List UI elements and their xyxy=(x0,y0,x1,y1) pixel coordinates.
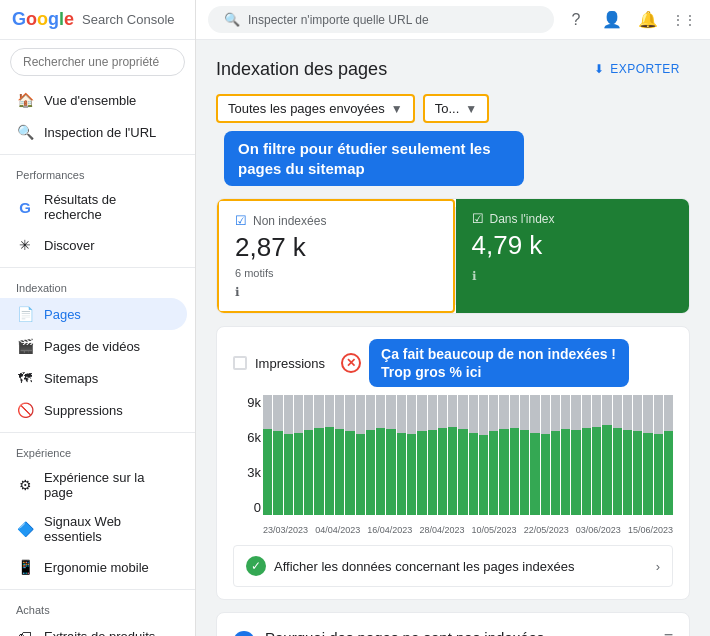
sidebar-item-vue-ensemble[interactable]: 🏠 Vue d'ensemble xyxy=(0,84,187,116)
bar-gray xyxy=(448,395,457,426)
y-label-9k: 9k xyxy=(247,395,261,410)
chart-footer-link[interactable]: ✓ Afficher les données concernant les pa… xyxy=(233,545,673,587)
sidebar-item-resultats[interactable]: G Résultats de recherche xyxy=(0,185,187,229)
sitemaps-icon: 🗺 xyxy=(16,369,34,387)
indexed-info[interactable]: ℹ xyxy=(472,269,674,283)
bar-green xyxy=(448,427,457,516)
apps-icon[interactable]: ⋮⋮ xyxy=(670,6,698,34)
sidebar-label-suppressions: Suppressions xyxy=(44,403,123,418)
bar-green xyxy=(479,435,488,515)
bar-gray xyxy=(356,395,365,433)
chart-bar-group xyxy=(448,395,457,515)
page-title: Indexation des pages xyxy=(216,59,387,80)
property-search-input[interactable] xyxy=(10,48,185,76)
sidebar-item-exp-page[interactable]: ⚙ Expérience sur la page xyxy=(0,463,187,507)
bar-gray xyxy=(571,395,580,430)
sidebar-search-container xyxy=(0,40,195,84)
chart-bar-group xyxy=(345,395,354,515)
bar-green xyxy=(263,429,272,515)
bar-green xyxy=(417,431,426,515)
chart-bar-group xyxy=(386,395,395,515)
chart-bar-group xyxy=(623,395,632,515)
main-area: 🔍 Inspecter n'importe quelle URL de ? 👤 … xyxy=(196,0,710,636)
bar-gray xyxy=(469,395,478,432)
x-label: 16/04/2023 xyxy=(367,525,412,535)
sidebar-item-pages-video[interactable]: 🎬 Pages de vidéos xyxy=(0,330,187,362)
x-label: 04/04/2023 xyxy=(315,525,360,535)
topbar-search[interactable]: 🔍 Inspecter n'importe quelle URL de xyxy=(208,6,554,33)
filter-chip-pages[interactable]: Toutes les pages envoyées ▼ xyxy=(216,94,415,123)
help-icon[interactable]: ? xyxy=(562,6,590,34)
bar-gray xyxy=(499,395,508,429)
chart-bar-group xyxy=(510,395,519,515)
bar-green xyxy=(366,430,375,515)
sidebar-label-inspection-url: Inspection de l'URL xyxy=(44,125,156,140)
x-label: 22/05/2023 xyxy=(524,525,569,535)
bar-gray xyxy=(366,395,375,430)
sidebar-item-ergonomie[interactable]: 📱 Ergonomie mobile xyxy=(0,551,187,583)
divider-4 xyxy=(0,589,195,590)
chart-bar-group xyxy=(582,395,591,515)
checkbox-icon: ☑ xyxy=(235,213,247,228)
close-annotation-icon[interactable]: ✕ xyxy=(341,353,361,373)
bar-green xyxy=(499,429,508,515)
topbar-icons: ? 👤 🔔 ⋮⋮ xyxy=(562,6,698,34)
bar-green xyxy=(582,428,591,516)
bar-gray xyxy=(284,395,293,433)
chart-annotation: Ça fait beaucoup de non indexées ! Trop … xyxy=(369,339,629,387)
bar-green xyxy=(428,430,437,515)
bar-green xyxy=(551,431,560,515)
impressions-checkbox[interactable] xyxy=(233,356,247,370)
sidebar-item-sitemaps[interactable]: 🗺 Sitemaps xyxy=(0,362,187,394)
sidebar-item-web-vitals[interactable]: 🔷 Signaux Web essentiels xyxy=(0,507,187,551)
chart-bar-group xyxy=(530,395,539,515)
chart-bar-group xyxy=(633,395,642,515)
notification-icon[interactable]: 🔔 xyxy=(634,6,662,34)
chart-bar-group xyxy=(541,395,550,515)
content: Indexation des pages ⬇ EXPORTER Toutes l… xyxy=(196,40,710,636)
filter-chip-extra[interactable]: To... ▼ xyxy=(423,94,489,123)
bar-gray xyxy=(561,395,570,429)
bar-gray xyxy=(417,395,426,431)
sidebar-item-extraits[interactable]: 🏷 Extraits de produits xyxy=(0,620,187,636)
bar-green xyxy=(643,433,652,516)
bar-gray xyxy=(335,395,344,429)
y-label-3k: 3k xyxy=(247,465,261,480)
google-logo: Google Search Console xyxy=(12,9,175,30)
filter-icon[interactable]: ≡ xyxy=(664,629,673,636)
bar-gray xyxy=(541,395,550,433)
sidebar-item-pages[interactable]: 📄 Pages xyxy=(0,298,187,330)
sidebar-item-discover[interactable]: ✳ Discover xyxy=(0,229,187,261)
bar-gray xyxy=(489,395,498,431)
chart-bar-group xyxy=(304,395,313,515)
filter-chip-extra-label: To... xyxy=(435,101,460,116)
chart-bar-group xyxy=(458,395,467,515)
x-label: 10/05/2023 xyxy=(472,525,517,535)
bar-gray xyxy=(633,395,642,431)
chart-bar-group xyxy=(520,395,529,515)
stat-card-indexed: ☑ Dans l'index 4,79 k ℹ xyxy=(456,199,690,313)
bar-green xyxy=(510,428,519,516)
sidebar-item-suppressions[interactable]: 🚫 Suppressions xyxy=(0,394,187,426)
sidebar: Google Search Console 🏠 Vue d'ensemble 🔍… xyxy=(0,0,196,636)
account-icon[interactable]: 👤 xyxy=(598,6,626,34)
bar-gray xyxy=(654,395,663,433)
bar-gray xyxy=(510,395,519,427)
chart-section: Impressions ✕ Ça fait beaucoup de non in… xyxy=(216,326,690,600)
chart-bar-group xyxy=(366,395,375,515)
filter-chip-label: Toutes les pages envoyées xyxy=(228,101,385,116)
info-icon-card[interactable]: ℹ xyxy=(235,285,437,299)
bar-green xyxy=(345,431,354,515)
bar-green xyxy=(489,431,498,515)
extraits-icon: 🏷 xyxy=(16,627,34,636)
bar-green xyxy=(284,434,293,516)
export-button[interactable]: ⬇ EXPORTER xyxy=(584,56,690,82)
filter-bar: Toutes les pages envoyées ▼ To... ▼ On f… xyxy=(216,94,690,186)
chart-bar-group xyxy=(489,395,498,515)
x-label: 23/03/2023 xyxy=(263,525,308,535)
chart-bar-group xyxy=(602,395,611,515)
bar-gray xyxy=(613,395,622,427)
table-section-title: Pourquoi des pages ne sont pas indexées xyxy=(265,629,618,636)
x-label: 03/06/2023 xyxy=(576,525,621,535)
sidebar-item-inspection-url[interactable]: 🔍 Inspection de l'URL xyxy=(0,116,187,148)
